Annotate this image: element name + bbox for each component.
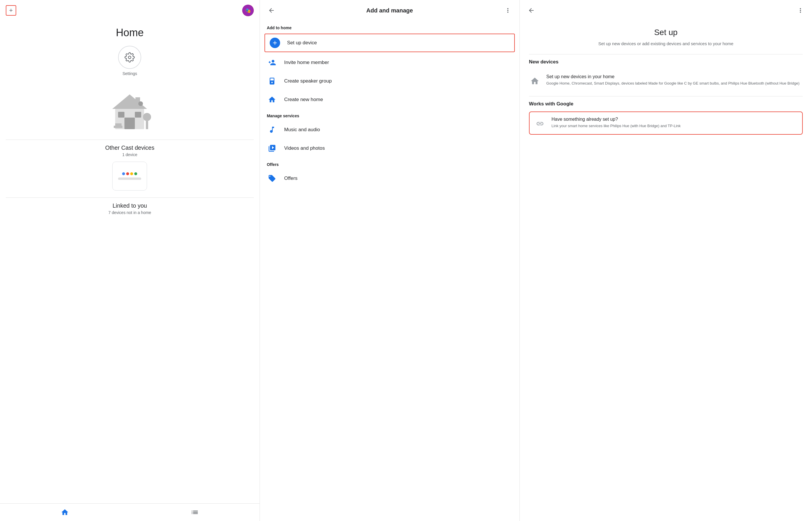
link-icon [534,118,546,130]
create-speaker-label: Create speaker group [284,78,332,84]
dot-yellow [130,172,133,175]
gear-icon [124,52,135,63]
right-content: New devices Set up new devices in your h… [520,59,812,135]
house-illustration [101,83,159,135]
left-content: Home Settings [0,21,260,503]
offers-item-label: Offers [284,176,297,181]
more-vert-icon [504,7,511,14]
right-back-button[interactable] [526,5,537,16]
svg-rect-13 [115,123,122,126]
add-button[interactable]: + [6,5,16,16]
set-up-device-item[interactable]: Set up device [264,33,515,52]
svg-rect-6 [118,112,124,118]
svg-rect-7 [135,112,141,118]
dot-red [126,172,129,175]
setup-header: Set up Set up new devices or add existin… [520,21,812,59]
home-nav-icon [61,508,69,516]
works-card-desc: Link your smart home services like Phili… [552,123,680,129]
nav-home[interactable] [0,506,129,519]
middle-title: Add and manage [277,7,502,14]
works-with-section: Works with Google Have something already… [529,101,803,135]
right-back-arrow-icon [528,7,535,14]
left-top-bar: + 🎭 [0,0,260,21]
music-audio-item[interactable]: Music and audio [260,120,520,139]
works-with-card[interactable]: Have something already set up? Link your… [529,112,803,135]
dot-blue [122,172,125,175]
new-devices-title: Set up new devices in your home [546,74,799,80]
divider-2 [6,198,254,198]
svg-rect-12 [114,126,122,128]
music-note-icon [267,124,277,135]
linked-title: Linked to you [113,202,147,209]
svg-point-2 [128,56,131,59]
works-divider [529,96,803,96]
middle-top-bar: Add and manage [260,0,520,21]
other-cast-subtitle: 1 device [122,152,137,157]
svg-rect-5 [124,118,135,129]
linked-subtitle: 7 devices not in a home [109,210,151,215]
new-devices-label: New devices [529,59,803,65]
house-device-icon [529,75,541,87]
settings-label: Settings [122,71,137,76]
setup-title: Set up [529,28,803,37]
music-audio-label: Music and audio [284,127,320,133]
speaker-icon [267,76,277,86]
invite-member-item[interactable]: Invite home member [260,53,520,72]
chromecast-device-card[interactable] [112,162,147,190]
back-arrow-icon [268,7,275,14]
right-top-bar [520,0,812,21]
video-icon [267,143,277,154]
new-devices-desc: Google Home, Chromecast, Smart Displays,… [546,81,799,86]
videos-photos-label: Videos and photos [284,145,325,151]
videos-photos-item[interactable]: Videos and photos [260,139,520,158]
middle-more-button[interactable] [502,5,514,16]
settings-button[interactable] [118,46,141,69]
left-panel: + 🎭 Home Settings [0,0,260,521]
right-panel: Set up Set up new devices or add existin… [520,0,812,521]
add-circle-icon [270,38,280,48]
svg-marker-4 [112,94,147,109]
other-cast-title: Other Cast devices [105,144,154,151]
dot-green [134,172,137,175]
nav-list[interactable] [129,506,259,519]
plus-icon: + [9,7,13,14]
works-card-title: Have something already set up? [552,117,680,122]
invite-member-label: Invite home member [284,60,329,65]
device-dots [122,172,137,175]
offers-item[interactable]: Offers [260,169,520,188]
add-to-home-label: Add to home [260,21,520,32]
svg-rect-11 [146,121,148,129]
new-devices-option[interactable]: Set up new devices in your home Google H… [529,69,803,92]
setup-divider [529,54,803,54]
home-icon [267,94,277,105]
person-plus-icon [267,57,277,68]
create-home-item[interactable]: Create new home [260,90,520,109]
device-bar [118,178,141,180]
middle-panel: Add and manage Add to home Set up device… [260,0,520,521]
create-home-label: Create new home [284,97,323,103]
bottom-nav [0,503,260,521]
svg-point-9 [138,101,143,106]
set-up-device-label: Set up device [287,40,317,46]
middle-back-button[interactable] [266,5,277,16]
works-with-label: Works with Google [529,101,803,107]
avatar[interactable]: 🎭 [242,5,254,16]
svg-text:🎭: 🎭 [245,8,251,13]
offers-section-label: Offers [260,158,520,169]
list-nav-icon [191,508,199,516]
create-speaker-item[interactable]: Create speaker group [260,72,520,90]
tag-icon [267,173,277,184]
setup-subtitle: Set up new devices or add existing devic… [529,41,803,47]
home-title: Home [116,27,144,39]
right-more-vert-icon [797,7,804,14]
svg-point-10 [143,113,151,121]
works-card-text: Have something already set up? Link your… [552,117,680,129]
right-more-button[interactable] [795,5,806,16]
new-devices-text: Set up new devices in your home Google H… [546,74,799,86]
manage-services-label: Manage services [260,109,520,120]
